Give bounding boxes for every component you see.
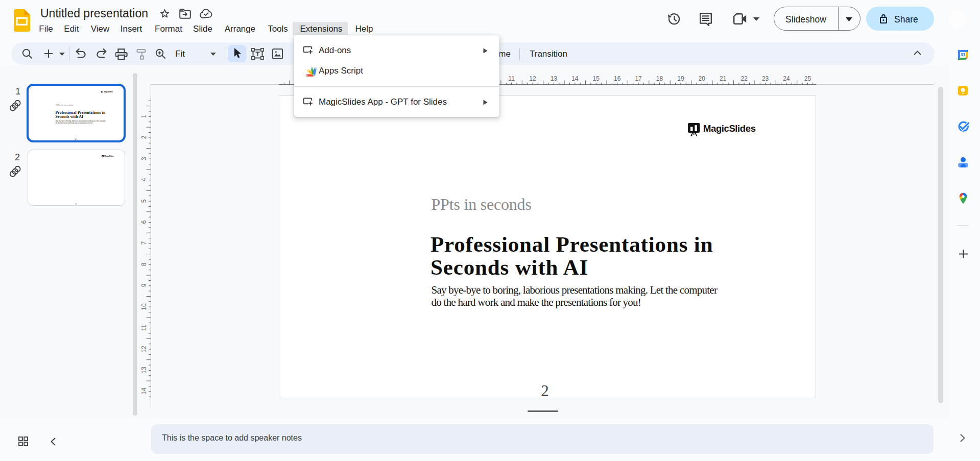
svg-text:31: 31: [960, 52, 965, 57]
